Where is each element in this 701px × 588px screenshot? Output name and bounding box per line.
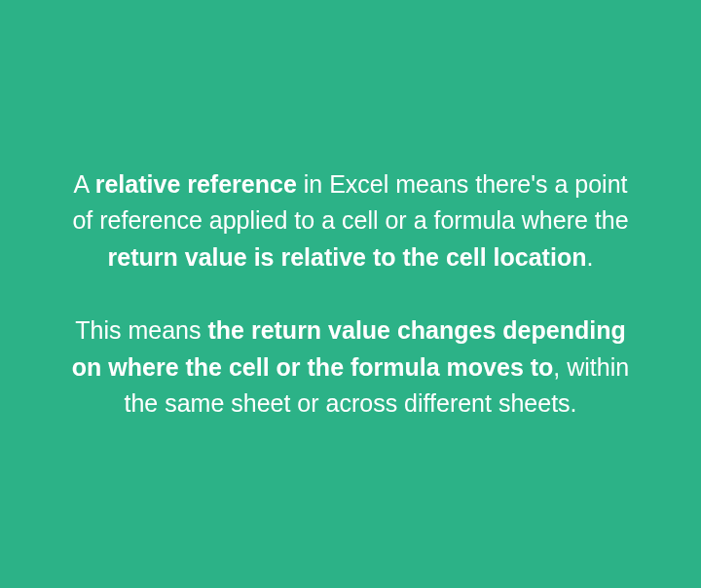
text-segment: This means xyxy=(75,316,207,344)
text-segment: A xyxy=(73,170,94,198)
definition-paragraph-2: This means the return value changes depe… xyxy=(68,312,633,423)
definition-paragraph-1: A relative reference in Excel means ther… xyxy=(68,166,633,276)
bold-term: relative reference xyxy=(95,170,297,198)
bold-phrase: return value is relative to the cell loc… xyxy=(108,243,587,271)
text-segment: . xyxy=(586,243,593,271)
